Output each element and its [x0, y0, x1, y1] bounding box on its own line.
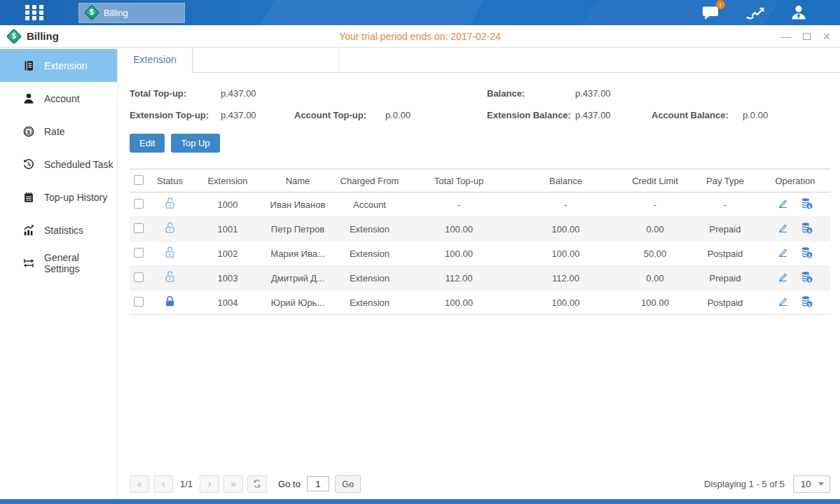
extension-topup-value: p.437.00 — [221, 110, 294, 120]
cell-credit-limit: 0.00 — [620, 217, 690, 241]
page-size-value: 10 — [794, 479, 811, 489]
last-page-button[interactable]: » — [223, 475, 243, 493]
cell-total-topup: - — [406, 192, 511, 217]
prev-page-button[interactable]: ‹ — [153, 475, 173, 493]
table-row: 1000Иван ИвановAccount----$ — [130, 192, 830, 217]
sidebar-item-statistics[interactable]: Statistics — [0, 214, 117, 246]
row-checkbox[interactable] — [134, 199, 144, 209]
col-credit-limit: Credit Limit — [620, 169, 690, 192]
notification-badge: ! — [716, 0, 725, 9]
page-indicator: 1/1 — [180, 479, 193, 489]
svg-text:$: $ — [808, 302, 811, 307]
sidebar-item-general-settings[interactable]: General Settings — [0, 246, 117, 279]
extension-table: Status Extension Name Charged From Total… — [130, 169, 830, 315]
edit-icon[interactable] — [777, 222, 789, 236]
status-unlocked-icon — [163, 197, 177, 212]
goto-page-input[interactable] — [307, 476, 329, 491]
col-operation: Operation — [760, 169, 830, 192]
sidebar-item-account[interactable]: Account — [0, 82, 117, 115]
select-all-checkbox[interactable] — [134, 175, 144, 185]
first-page-button[interactable]: « — [130, 475, 149, 493]
top-up-icon[interactable]: $ — [800, 246, 813, 261]
cell-name: Юрий Юрь... — [263, 290, 333, 315]
refresh-button[interactable] — [247, 475, 267, 493]
sidebar-item-label: Extension — [44, 60, 87, 71]
row-checkbox[interactable] — [134, 248, 144, 258]
cell-pay-type: Prepaid — [690, 266, 760, 290]
trial-notice: Your trial period ends on: 2017-02-24 — [0, 31, 840, 42]
row-checkbox[interactable] — [134, 223, 144, 233]
billing-summary: Total Top-up: p.437.00 Balance: p.437.00… — [130, 83, 830, 126]
cell-name: Дмитрий Д... — [263, 266, 333, 290]
cell-extension: 1004 — [193, 290, 263, 315]
edit-icon[interactable] — [777, 197, 789, 211]
top-up-button[interactable]: Top Up — [171, 134, 219, 153]
taskbar-billing-button[interactable]: $ Billing — [78, 3, 185, 23]
table-row: 1002Мария Ива...Extension100.00100.0050.… — [130, 241, 830, 266]
statistics-icon — [22, 224, 35, 237]
svg-text:$: $ — [808, 204, 811, 209]
go-button[interactable]: Go — [335, 475, 361, 493]
row-checkbox[interactable] — [134, 297, 144, 307]
col-status: Status — [147, 169, 193, 192]
billing-window-icon: $ — [6, 28, 22, 44]
edit-icon[interactable] — [777, 271, 789, 285]
cell-pay-type: - — [690, 192, 760, 217]
close-button[interactable]: × — [822, 30, 830, 43]
tab-strip: Extension — [118, 48, 840, 73]
col-pay-type: Pay Type — [690, 169, 760, 192]
goto-label: Go to — [278, 479, 301, 489]
reports-chart-icon[interactable] — [745, 5, 764, 21]
maximize-button[interactable] — [803, 31, 811, 41]
sidebar-item-extension[interactable]: Extension — [0, 49, 117, 82]
top-up-icon[interactable]: $ — [800, 197, 813, 212]
col-extension: Extension — [193, 169, 263, 192]
sidebar-item-scheduled-task[interactable]: Scheduled Task — [0, 148, 117, 181]
cell-total-topup: 100.00 — [406, 217, 511, 241]
topbar-decoration — [254, 0, 489, 25]
cell-credit-limit: 0.00 — [620, 266, 690, 290]
extension-balance-value: p.437.00 — [575, 110, 652, 120]
cell-extension: 1001 — [193, 217, 263, 241]
edit-button[interactable]: Edit — [130, 134, 165, 153]
status-locked-icon — [163, 295, 177, 310]
balance-label: Balance: — [487, 88, 575, 99]
cell-pay-type: Postpaid — [690, 241, 760, 266]
total-topup-value: p.437.00 — [221, 88, 294, 99]
sidebar-item-rate[interactable]: $ Rate — [0, 115, 117, 148]
account-icon — [22, 92, 35, 105]
top-up-icon[interactable]: $ — [800, 221, 813, 237]
next-page-button[interactable]: › — [200, 475, 219, 493]
top-up-icon[interactable]: $ — [800, 295, 813, 310]
cell-charged-from: Account — [333, 192, 406, 217]
extension-topup-label: Extension Top-up: — [130, 110, 221, 120]
cell-pay-type: Postpaid — [690, 290, 760, 315]
user-account-icon[interactable] — [790, 4, 808, 21]
table-row: 1003Дмитрий Д...Extension112.00112.000.0… — [130, 266, 830, 290]
edit-icon[interactable] — [777, 295, 789, 309]
row-checkbox[interactable] — [134, 272, 144, 282]
status-unlocked-icon — [163, 270, 177, 286]
account-balance-label: Account Balance: — [652, 110, 743, 120]
messages-icon[interactable]: ! — [702, 4, 720, 21]
account-topup-label: Account Top-up: — [294, 110, 385, 120]
edit-icon[interactable] — [777, 246, 789, 260]
svg-text:$: $ — [808, 253, 811, 258]
top-up-icon[interactable]: $ — [800, 270, 813, 286]
cell-balance: 112.00 — [511, 266, 620, 290]
app-grid-icon[interactable] — [25, 5, 49, 20]
sidebar-item-label: Rate — [44, 126, 65, 137]
page-size-select[interactable]: 10 — [793, 475, 830, 493]
cell-total-topup: 100.00 — [406, 241, 511, 266]
tab-extension[interactable]: Extension — [118, 48, 193, 73]
table-header-row: Status Extension Name Charged From Total… — [130, 169, 830, 192]
cell-pay-type: Prepaid — [690, 217, 760, 241]
cell-credit-limit: 100.00 — [620, 290, 690, 315]
topup-history-icon — [22, 191, 35, 204]
table-row: 1001Петр ПетровExtension100.00100.000.00… — [130, 217, 830, 241]
cell-extension: 1003 — [193, 266, 263, 290]
minimize-button[interactable]: — — [780, 31, 791, 41]
displaying-text: Displaying 1 - 5 of 5 — [704, 479, 785, 489]
sidebar-item-label: Account — [44, 93, 80, 104]
sidebar-item-topup-history[interactable]: Top-up History — [0, 181, 117, 214]
